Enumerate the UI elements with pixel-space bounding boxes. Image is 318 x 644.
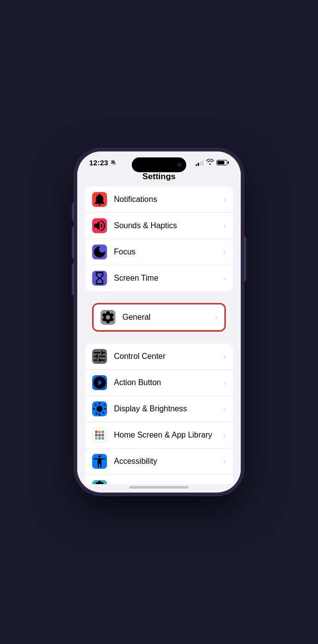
settings-item-wallpaper[interactable]: Wallpaper ›	[85, 475, 233, 484]
focus-icon	[92, 245, 107, 259]
dynamic-island	[132, 157, 186, 172]
home-indicator	[129, 486, 189, 489]
hourglass-svg	[92, 271, 107, 286]
display-label: Display & Brightness	[114, 404, 220, 413]
speaker-svg	[92, 218, 107, 233]
moon-svg	[92, 245, 107, 259]
settings-item-screentime[interactable]: Screen Time ›	[85, 265, 233, 291]
accessibility-label: Accessibility	[114, 457, 220, 466]
status-time: 12:23	[89, 158, 116, 167]
sounds-icon	[92, 218, 107, 233]
signal-bar-2	[198, 163, 199, 166]
settings-item-sounds[interactable]: Sounds & Haptics ›	[85, 213, 233, 239]
svg-rect-9	[102, 437, 104, 440]
volume-down-button[interactable]	[72, 263, 74, 295]
phone-frame: 12:23	[74, 149, 244, 495]
wallpaper-icon	[92, 480, 107, 484]
svg-rect-7	[95, 437, 98, 440]
svg-rect-1	[95, 431, 98, 433]
accessibility-svg	[92, 454, 107, 469]
settings-group-1: Notifications › Sounds & Haptics ›	[85, 187, 233, 291]
signal-bar-1	[196, 164, 197, 166]
focus-chevron: ›	[223, 248, 226, 256]
sounds-chevron: ›	[223, 222, 226, 230]
notifications-chevron: ›	[223, 196, 226, 203]
screentime-icon	[92, 271, 107, 286]
sun-svg	[92, 401, 107, 416]
bell-svg	[92, 192, 107, 207]
settings-item-controlcenter[interactable]: Control Center ›	[85, 344, 233, 370]
time-display: 12:23	[89, 158, 108, 167]
settings-item-display[interactable]: Display & Brightness ›	[85, 396, 233, 422]
wallpaper-chevron: ›	[223, 484, 226, 484]
battery-tip	[228, 161, 229, 164]
screentime-label: Screen Time	[114, 274, 220, 283]
general-icon	[101, 310, 115, 325]
general-label: General	[122, 313, 212, 322]
signal-icon	[196, 160, 204, 166]
general-highlighted-container: General ›	[92, 303, 226, 332]
settings-scroll-area[interactable]: Notifications › Sounds & Haptics ›	[77, 187, 241, 484]
power-button[interactable]	[244, 237, 246, 281]
homescreen-label: Home Screen & App Library	[114, 431, 220, 440]
grid-svg	[94, 429, 106, 441]
screentime-chevron: ›	[223, 274, 226, 282]
settings-item-actionbutton[interactable]: Action Button ›	[85, 370, 233, 396]
display-chevron: ›	[223, 405, 226, 413]
svg-rect-8	[99, 437, 101, 440]
svg-rect-5	[99, 434, 101, 437]
settings-item-homescreen[interactable]: Home Screen & App Library ›	[85, 422, 233, 448]
flower-svg	[92, 480, 107, 484]
notifications-label: Notifications	[114, 195, 220, 204]
sliders-svg	[92, 349, 107, 364]
page-title: Settings	[77, 172, 241, 182]
signal-bar-3	[200, 161, 202, 166]
actionbutton-icon	[92, 375, 107, 390]
general-chevron: ›	[215, 313, 217, 321]
mute-button[interactable]	[72, 203, 74, 221]
homescreen-chevron: ›	[223, 431, 226, 439]
settings-item-focus[interactable]: Focus ›	[85, 239, 233, 265]
volume-up-button[interactable]	[72, 227, 74, 258]
svg-rect-2	[99, 431, 101, 433]
action-svg	[92, 375, 107, 390]
svg-rect-3	[102, 431, 104, 433]
gear-svg	[101, 310, 115, 325]
wifi-icon	[206, 159, 214, 166]
wallpaper-label: Wallpaper	[114, 483, 220, 484]
status-icons	[196, 159, 229, 166]
battery-fill	[217, 161, 224, 164]
controlcenter-label: Control Center	[114, 352, 220, 361]
signal-bar-4	[202, 160, 204, 166]
accessibility-icon	[92, 454, 107, 469]
sounds-label: Sounds & Haptics	[114, 221, 220, 230]
settings-group-3: Control Center › Action Button ›	[85, 344, 233, 484]
focus-label: Focus	[114, 248, 220, 256]
wifi-symbol	[206, 159, 214, 165]
notifications-icon	[92, 192, 107, 207]
camera-dot	[177, 163, 181, 167]
controlcenter-icon	[92, 349, 107, 364]
phone-screen: 12:23	[77, 151, 241, 493]
svg-rect-4	[95, 434, 98, 437]
actionbutton-chevron: ›	[223, 379, 226, 387]
controlcenter-chevron: ›	[223, 352, 226, 360]
svg-rect-6	[102, 434, 104, 437]
homescreen-icon	[92, 428, 107, 443]
display-icon	[92, 401, 107, 416]
settings-item-accessibility[interactable]: Accessibility ›	[85, 448, 233, 475]
settings-item-general[interactable]: General ›	[94, 304, 224, 330]
accessibility-chevron: ›	[223, 457, 226, 465]
settings-item-notifications[interactable]: Notifications ›	[85, 187, 233, 213]
battery-body	[216, 160, 227, 165]
battery-icon	[216, 160, 229, 165]
mute-icon	[110, 159, 116, 166]
actionbutton-label: Action Button	[114, 378, 220, 387]
